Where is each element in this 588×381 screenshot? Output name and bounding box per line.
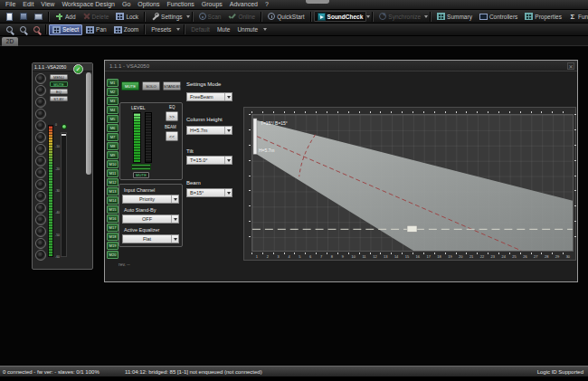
presets-dropdown[interactable]: [175, 24, 182, 35]
fader-thumb[interactable]: [62, 134, 66, 136]
workspace-canvas[interactable]: 1.1.1 -VSA2050 ✓ MENU MUTE EQ ST-BY 0-10…: [0, 46, 588, 366]
strip-eq-button[interactable]: EQ: [50, 89, 68, 94]
eq-open-button[interactable]: >>: [166, 111, 178, 121]
strip-menu-button[interactable]: MENU: [50, 74, 68, 80]
open-button[interactable]: [31, 11, 46, 22]
module-channel-button[interactable]: M12: [107, 178, 119, 186]
pan-tool-button[interactable]: Pan: [82, 24, 110, 35]
mute-all-button[interactable]: Mute: [213, 24, 233, 35]
soundcheck-dropdown[interactable]: [366, 11, 370, 22]
module-channel-button[interactable]: M10: [107, 160, 119, 168]
presets-button[interactable]: Presets: [147, 24, 175, 35]
settings-button[interactable]: Settings: [147, 11, 186, 22]
menu-item[interactable]: Options: [134, 0, 163, 9]
menu-item[interactable]: View: [37, 0, 58, 9]
menu-item[interactable]: Workspace Design: [58, 0, 119, 9]
zoom-in-button[interactable]: [3, 24, 16, 35]
add-button[interactable]: Add: [52, 11, 80, 22]
controllers-button[interactable]: Controllers: [476, 11, 521, 22]
module-channel-button[interactable]: M4: [107, 106, 119, 114]
menu-item[interactable]: Edit: [19, 0, 37, 9]
scan-button[interactable]: Scan: [195, 11, 225, 22]
module-channel-button[interactable]: M2: [107, 88, 119, 96]
menu-item[interactable]: Advanced: [226, 0, 261, 9]
chevron-down-icon[interactable]: [224, 93, 232, 100]
save-button[interactable]: [16, 11, 31, 22]
module-channel-button[interactable]: M6: [107, 124, 119, 132]
module-channel-button[interactable]: M20: [107, 251, 119, 259]
module-channel-button[interactable]: M8: [107, 142, 119, 150]
chart-plot-area[interactable]: T=15°/ B=15° H=5.7m: [251, 114, 574, 252]
menu-item[interactable]: Functions: [163, 0, 197, 9]
module-channel-button[interactable]: M3: [107, 97, 119, 105]
active-eq-select[interactable]: Flat: [122, 234, 179, 243]
properties-button[interactable]: Properties: [521, 11, 565, 22]
menu-item[interactable]: Go: [119, 0, 134, 9]
summary-button[interactable]: Summary: [433, 11, 476, 22]
module-channel-button[interactable]: M14: [107, 196, 119, 205]
default-button[interactable]: Default: [187, 24, 213, 35]
online-button[interactable]: Online: [224, 11, 259, 22]
beam-coverage-chart[interactable]: T=15°/ B=15° H=5.7m 12345678910111213141…: [243, 107, 576, 261]
column-height-select[interactable]: H=5.7m: [186, 126, 232, 135]
functions-button[interactable]: ΣFunctions: [565, 11, 588, 22]
module-channel-button[interactable]: M9: [107, 151, 119, 159]
lock-button[interactable]: Lock: [112, 11, 142, 22]
chevron-down-icon[interactable]: [171, 215, 178, 223]
window-grip[interactable]: [306, 0, 329, 4]
mute-button[interactable]: MUTE: [121, 81, 139, 90]
chevron-down-icon[interactable]: [224, 157, 232, 164]
device-dialog[interactable]: 1.1.1 - VSA2050 ✕ M1M2M3M4M5M6M7M8M9M10M…: [104, 60, 578, 282]
solo-button[interactable]: SOLO: [142, 81, 160, 90]
chevron-down-icon[interactable]: [171, 235, 178, 243]
select-tool-button[interactable]: Select: [49, 24, 82, 35]
close-icon[interactable]: ✕: [567, 62, 574, 70]
speaker-driver: [35, 191, 46, 202]
new-workspace-button[interactable]: [3, 11, 16, 22]
menu-item[interactable]: File: [2, 0, 19, 9]
device-strip[interactable]: 1.1.1 -VSA2050 ✓ MENU MUTE EQ ST-BY 0-10…: [32, 62, 93, 270]
synchronize-dropdown[interactable]: [424, 11, 428, 22]
listener-line-handle[interactable]: [407, 225, 417, 232]
module-channel-button[interactable]: M15: [107, 205, 119, 214]
menu-item[interactable]: ?: [261, 0, 272, 9]
soundcheck-button[interactable]: SoundCheck: [314, 11, 367, 22]
auto-standby-select[interactable]: OFF: [122, 214, 179, 224]
module-channel-button[interactable]: M13: [107, 187, 119, 195]
settings-mode-select[interactable]: FreeBeam: [186, 92, 232, 101]
module-channel-button[interactable]: M16: [107, 214, 119, 223]
chevron-down-icon[interactable]: [224, 127, 232, 134]
module-channel-button[interactable]: M11: [107, 169, 119, 177]
channel-mute-toggle[interactable]: MUTE: [133, 172, 149, 178]
strip-mute-button[interactable]: MUTE: [50, 81, 68, 87]
module-channel-button[interactable]: M5: [107, 115, 119, 123]
delete-button[interactable]: Delete: [80, 11, 113, 22]
standby-button[interactable]: STANDBY: [163, 81, 181, 90]
mute-dropdown[interactable]: [261, 24, 269, 35]
chevron-down-icon[interactable]: [171, 195, 178, 203]
synchronize-button[interactable]: Synchronize: [375, 11, 424, 22]
quickstart-button[interactable]: QuickStart: [264, 11, 308, 22]
module-channel-button[interactable]: M1: [107, 79, 119, 87]
input-channel-select[interactable]: Priority: [122, 195, 179, 204]
module-channel-button[interactable]: M17: [107, 224, 119, 232]
zoom-tool-button[interactable]: Zoom: [110, 24, 143, 35]
zoom-reset-button[interactable]: [30, 24, 43, 35]
menu-item[interactable]: Groups: [198, 0, 226, 9]
zoom-out-button[interactable]: [16, 24, 30, 35]
beam-open-button[interactable]: <<: [166, 131, 178, 141]
tab-2d[interactable]: 2D: [2, 37, 18, 46]
settings-dropdown[interactable]: [186, 11, 190, 22]
beam-width-select[interactable]: B=15°: [186, 188, 232, 197]
tilt-select[interactable]: T=15.0°: [186, 156, 232, 165]
chevron-down-icon[interactable]: [224, 189, 232, 196]
gain-fader[interactable]: [61, 132, 67, 257]
module-channel-button[interactable]: M7: [107, 133, 119, 141]
strip-scrollbar[interactable]: [86, 72, 91, 175]
output-level-meter: [133, 112, 141, 163]
speaker-column-marker[interactable]: [253, 119, 257, 154]
module-channel-button[interactable]: M19: [107, 242, 119, 250]
module-channel-button[interactable]: M18: [107, 233, 119, 241]
unmute-all-button[interactable]: Unmute: [233, 24, 261, 35]
strip-standby-button[interactable]: ST-BY: [50, 96, 68, 101]
